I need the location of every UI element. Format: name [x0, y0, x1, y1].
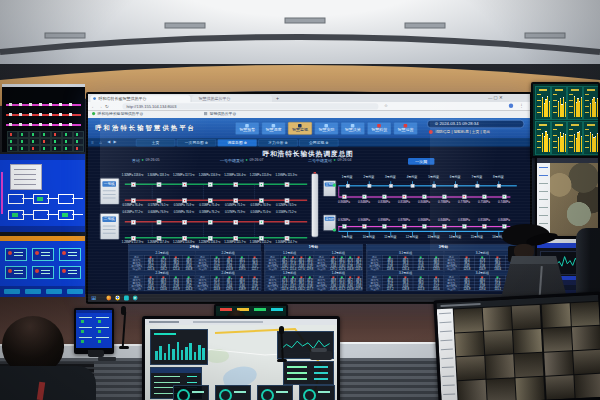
- start-button-icon[interactable]: ⊞: [91, 294, 96, 301]
- cctv-tile[interactable]: [544, 351, 573, 375]
- node-status-dot: [235, 184, 236, 185]
- mini-tile: [62, 131, 73, 138]
- tag-label: 首站: [132, 158, 140, 164]
- nav-button-2[interactable]: 智慧监视: [288, 122, 312, 135]
- cctv-tile[interactable]: [541, 303, 570, 327]
- page-tab-3[interactable]: 水力分析 ⊗: [258, 139, 297, 146]
- gooseneck-microphone[interactable]: [276, 326, 288, 362]
- mini-bar: [21, 133, 23, 136]
- heating-app-taskbar-icon[interactable]: [124, 296, 129, 301]
- nav-button-5[interactable]: 智慧科技: [367, 122, 391, 135]
- list-line: [443, 393, 455, 395]
- page-tab-1[interactable]: 一次网总图 ⊗: [177, 139, 216, 146]
- cctv-tile[interactable]: [454, 308, 483, 332]
- mini-bar: [185, 347, 188, 360]
- mini-bar: [32, 133, 34, 136]
- mini-tile: [7, 138, 18, 145]
- gauge-group: [583, 121, 598, 155]
- page-tab-2[interactable]: 调度总图 ⊗: [218, 139, 257, 146]
- pipeline-value-label: 0.53MPa 74.8℃: [249, 203, 273, 206]
- page-tab-0[interactable]: 主页: [136, 139, 175, 146]
- cctv-tile[interactable]: [572, 326, 600, 350]
- page-tab-4[interactable]: 全网监视 ⊗: [299, 139, 338, 146]
- cctv-tile[interactable]: [485, 354, 514, 378]
- cctv-tile[interactable]: [484, 330, 513, 354]
- mini-tile: [73, 131, 84, 138]
- station-label: 5号阀室: [423, 175, 444, 179]
- keyboard[interactable]: [98, 357, 116, 361]
- mini-bar: [54, 133, 56, 136]
- browser-tab-active[interactable]: 呼和浩特长输智慧供热平台: [90, 95, 190, 102]
- cctv-tile[interactable]: [573, 350, 600, 374]
- nav-button-3[interactable]: 智慧安防: [314, 122, 338, 135]
- station-table-group: 2号站2-1号机组状态供温℃48.647.948.248.8回温℃38.137.…: [128, 244, 261, 290]
- scroll-right-icon[interactable]: ▶: [114, 140, 117, 144]
- process-box: [8, 210, 24, 220]
- cctv-tile[interactable]: [543, 327, 572, 351]
- home-icon[interactable]: ⌂: [99, 140, 102, 145]
- station-square: [389, 184, 393, 188]
- desk-telephone[interactable]: [310, 348, 334, 360]
- unit-subtable: 1-3号机组状态供温℃47.648.348.647.9回温℃37.738.138…: [265, 271, 314, 291]
- nav-button-6[interactable]: 智慧运营: [394, 122, 418, 135]
- nav-button-4[interactable]: 智慧决策: [341, 122, 365, 135]
- cctv-tile[interactable]: [513, 329, 542, 353]
- cctv-tile[interactable]: [456, 356, 485, 380]
- nav-button-icon: [404, 124, 408, 128]
- gauge-ring-icon: [303, 389, 316, 400]
- gauge-bar: [581, 97, 582, 117]
- profile-avatar[interactable]: [509, 104, 513, 108]
- page-tab-strip: ≡ ⌂ ◀ ▶ 主页一次网总图 ⊗调度总图 ⊗水力分析 ⊗全网监视 ⊗: [88, 138, 530, 147]
- valve-value-label: 0.75MPa: [475, 200, 493, 204]
- cctv-tile[interactable]: [545, 375, 574, 399]
- node-status-dot: [384, 226, 385, 227]
- user-bar[interactable]: 消防信息 | 智能机房 | 主页 | 退出: [435, 130, 490, 135]
- cctv-tile[interactable]: [570, 302, 599, 326]
- bookmark-star-icon[interactable]: ☆: [384, 103, 388, 108]
- pipeline-supply: [125, 237, 307, 238]
- cctv-tile[interactable]: [483, 306, 512, 330]
- nav-button-0[interactable]: 智慧预警: [235, 122, 259, 135]
- node-status-dot: [384, 196, 385, 197]
- cctv-tile[interactable]: [487, 378, 516, 400]
- cctv-tile[interactable]: [455, 332, 484, 356]
- cctv-tile[interactable]: [516, 377, 545, 400]
- cctv-tile[interactable]: [458, 380, 487, 400]
- browser-menu-icon[interactable]: ⋮: [519, 103, 523, 108]
- list-line: [439, 322, 451, 324]
- process-ok: [12, 213, 18, 217]
- browser-nav-buttons[interactable]: ← → ↻: [91, 104, 108, 109]
- gooseneck-microphone[interactable]: [118, 306, 130, 350]
- nav-button-1[interactable]: 智慧调度: [262, 122, 286, 135]
- gauge-text-dash: [537, 94, 541, 95]
- scada-dot: [98, 330, 101, 333]
- gauge-text-dash: [585, 100, 589, 101]
- menu-icon[interactable]: ≡: [91, 140, 94, 145]
- list-line: [440, 331, 452, 333]
- window-controls[interactable]: — ▢ ✕: [488, 95, 526, 100]
- cctv-tile[interactable]: [512, 305, 541, 329]
- edge-taskbar-icon[interactable]: e: [133, 296, 138, 301]
- browser-tab-inactive[interactable]: 智慧供热监控平台: [192, 95, 272, 102]
- firefox-taskbar-icon[interactable]: [106, 296, 111, 301]
- gauge-text-dash: [553, 141, 557, 142]
- table-cell: 126.3: [182, 287, 195, 290]
- net-toggle-chip[interactable]: 一次网: [408, 158, 434, 165]
- scroll-left-icon[interactable]: ◀: [107, 140, 110, 144]
- url-field[interactable]: http://139.155.104.134:8003: [122, 103, 378, 109]
- cctv-tile[interactable]: [574, 374, 600, 398]
- bookmark-item[interactable]: 智慧供热云平台: [210, 112, 237, 117]
- box-line: [41, 273, 50, 274]
- chrome-taskbar-icon[interactable]: [115, 296, 120, 301]
- stat-dash: [287, 366, 307, 368]
- pipeline-value-label: 0.55MPa 75.2℃: [274, 211, 298, 214]
- bookmark-item[interactable]: 呼和浩特长输智慧供热平台: [98, 112, 144, 117]
- node-status-dot: [286, 200, 287, 201]
- gauge-group: [551, 86, 567, 120]
- node-status-dot: [464, 196, 465, 197]
- valve-node: [462, 195, 466, 199]
- new-tab-button[interactable]: +: [276, 95, 279, 101]
- gauge-bar: [565, 134, 566, 152]
- station-box-line: [103, 226, 116, 227]
- cctv-tile[interactable]: [515, 353, 544, 377]
